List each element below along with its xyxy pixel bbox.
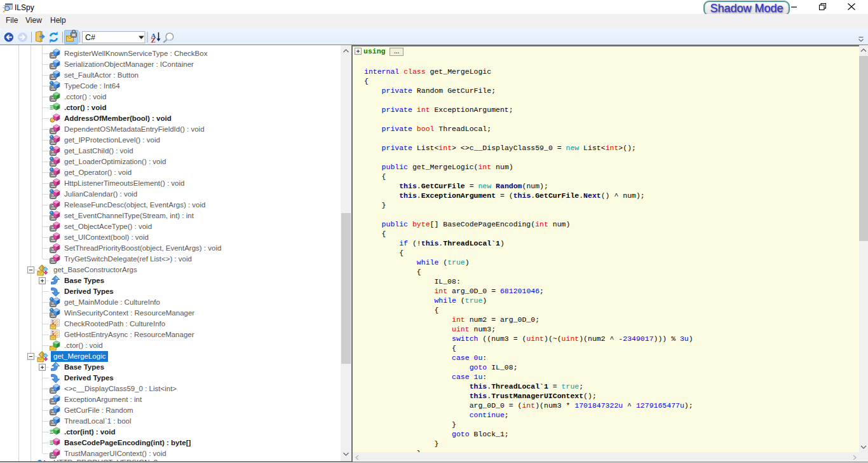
- svg-text:C#: C#: [85, 33, 95, 42]
- svg-text:Z: Z: [151, 36, 156, 44]
